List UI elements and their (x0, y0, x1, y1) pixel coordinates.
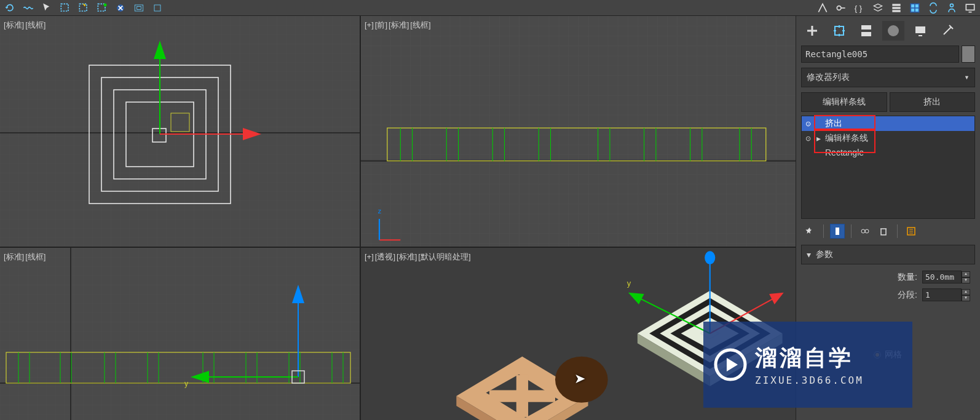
spinner-up-icon[interactable]: ▲ (962, 289, 970, 295)
viewport-perspective[interactable]: [+][透视][标准][默认明暗处理] (361, 248, 796, 420)
button-edit-spline[interactable]: 编辑样条线 (801, 92, 887, 112)
spinner-down-icon[interactable]: ▼ (962, 277, 970, 283)
param-amount-input[interactable] (922, 271, 962, 283)
main-toolbar: { } (0, 0, 980, 16)
viewport-left-label[interactable]: [标准][线框] (4, 252, 47, 263)
visibility-icon[interactable]: ⊙ (805, 120, 816, 128)
object-name-input[interactable] (801, 46, 959, 63)
tool-grid-highlight-icon[interactable] (907, 1, 922, 15)
output-mesh-radio[interactable]: 网格 (874, 349, 970, 360)
stack-item-label: 编辑样条线 (825, 133, 868, 144)
tool-scale-icon[interactable] (132, 1, 146, 15)
cursor-indicator-icon: ➤ (574, 371, 585, 387)
stack-item-extrude[interactable]: ⊙ 挤出 (802, 116, 974, 131)
svg-rect-0 (61, 4, 68, 11)
tool-monitor-icon[interactable] (963, 1, 978, 15)
viewport-perspective-label[interactable]: [+][透视][标准][默认明暗处理] (365, 252, 472, 263)
object-color-swatch[interactable] (962, 46, 975, 63)
remove-modifier-icon[interactable] (876, 224, 891, 239)
rollout-parameters-header[interactable]: ▾ 参数 (801, 245, 975, 264)
tool-snap-icon[interactable] (150, 1, 165, 15)
svg-rect-7 (154, 5, 160, 11)
dropdown-arrow-icon: ▼ (964, 74, 970, 81)
tool-layers-icon[interactable] (871, 1, 885, 15)
tab-hierarchy-icon[interactable] (855, 21, 877, 41)
viewport-front-label[interactable]: [+][前][标准][线框] (365, 20, 432, 31)
button-extrude[interactable]: 挤出 (890, 92, 976, 112)
show-end-result-icon[interactable] (830, 224, 845, 239)
svg-rect-11 (892, 7, 900, 9)
modifier-stack[interactable]: ⊙ 挤出 ⊙ ▸ 编辑样条线 Rectangle (801, 116, 975, 219)
tool-stack-icon[interactable] (889, 1, 904, 15)
stack-item-label: 挤出 (825, 118, 842, 129)
svg-point-8 (837, 6, 841, 10)
modifier-list-dropdown[interactable]: 修改器列表 ▼ (801, 68, 975, 87)
tool-select-lasso-icon[interactable] (76, 1, 91, 15)
param-segments-input[interactable] (922, 288, 962, 301)
svg-rect-54 (0, 248, 360, 420)
svg-rect-14 (911, 4, 914, 7)
tab-create-icon[interactable] (801, 21, 823, 41)
svg-rect-15 (915, 4, 919, 7)
visibility-icon[interactable]: ⊙ (805, 135, 816, 143)
tool-brace-icon[interactable]: { } (852, 1, 867, 15)
svg-point-98 (705, 251, 715, 264)
svg-text:{ }: { } (855, 4, 863, 13)
tab-motion-icon[interactable] (882, 21, 904, 41)
pin-stack-icon[interactable] (802, 224, 817, 239)
tool-axis-icon[interactable] (815, 1, 830, 15)
spinner-up-icon[interactable]: ▲ (962, 271, 970, 277)
svg-rect-6 (137, 6, 141, 9)
svg-rect-10 (892, 4, 900, 6)
svg-point-107 (888, 25, 899, 36)
viewport-top[interactable]: [标准][线框] (0, 16, 360, 247)
svg-point-18 (950, 4, 954, 7)
tool-rotate-icon[interactable] (113, 1, 128, 15)
stack-item-rectangle[interactable]: Rectangle (802, 146, 974, 159)
viewport-top-label[interactable]: [标准][线框] (4, 20, 47, 31)
tab-modify-icon[interactable] (828, 21, 850, 41)
svg-point-3 (104, 3, 107, 6)
tool-person-icon[interactable] (944, 1, 959, 15)
stack-item-edit-spline[interactable]: ⊙ ▸ 编辑样条线 (802, 131, 974, 146)
param-segments-label: 分段: (898, 290, 917, 301)
svg-text:y: y (627, 279, 631, 288)
rollout-title: 参数 (816, 249, 833, 260)
svg-text:z: z (378, 207, 381, 215)
svg-rect-12 (892, 10, 900, 12)
modifier-list-label: 修改器列表 (807, 72, 850, 83)
modifier-stack-toolbar (796, 221, 980, 245)
svg-rect-32 (361, 16, 796, 247)
svg-rect-106 (861, 32, 871, 36)
tool-select-box-icon[interactable] (58, 1, 73, 15)
spinner-down-icon[interactable]: ▼ (962, 295, 970, 301)
svg-rect-104 (835, 26, 844, 35)
viewport-grid: [标准][线框] (0, 16, 796, 420)
svg-point-111 (865, 229, 869, 233)
svg-rect-19 (966, 4, 974, 10)
make-unique-icon[interactable] (858, 224, 872, 239)
tab-utilities-icon[interactable] (936, 21, 958, 41)
tool-undo-icon[interactable] (2, 1, 17, 15)
tool-select-arrow-icon[interactable] (39, 1, 54, 15)
svg-rect-108 (915, 26, 925, 33)
svg-text:y: y (184, 379, 188, 388)
rollout-arrow-icon: ▾ (807, 250, 811, 260)
svg-point-110 (861, 229, 865, 233)
command-panel-tabs (796, 16, 980, 46)
svg-rect-5 (135, 5, 143, 11)
configure-sets-icon[interactable] (904, 224, 919, 239)
radio-mesh-label: 网格 (885, 349, 902, 360)
tool-key-icon[interactable] (834, 1, 848, 15)
command-panel: 修改器列表 ▼ 编辑样条线 挤出 ⊙ 挤出 ⊙ ▸ 编辑样条线 Rectangl… (796, 16, 980, 420)
svg-rect-105 (861, 25, 871, 30)
tool-wave-icon[interactable] (21, 1, 36, 15)
svg-rect-17 (915, 8, 919, 11)
tool-move-icon[interactable] (95, 1, 109, 15)
viewport-front[interactable]: [+][前][标准][线框] (361, 16, 796, 247)
expand-icon[interactable]: ▸ (816, 133, 825, 143)
tool-sync-icon[interactable] (926, 1, 941, 15)
viewport-left[interactable]: [标准][线框] (0, 248, 360, 420)
tab-display-icon[interactable] (909, 21, 931, 41)
param-amount-label: 数量: (898, 272, 917, 283)
